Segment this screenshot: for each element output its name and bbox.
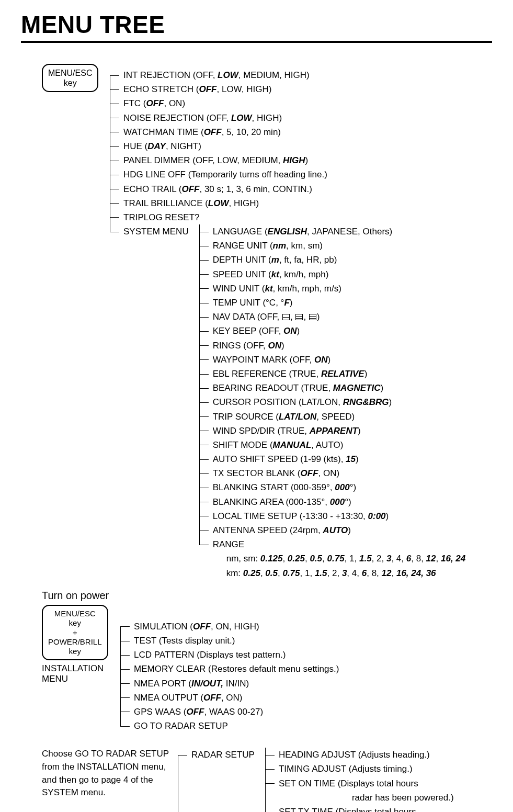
menu-item: TRAIL BRILLIANCE (LOW, HIGH) xyxy=(110,196,465,210)
menu-item: PANEL DIMMER (OFF, LOW, MEDIUM, HIGH) xyxy=(110,153,465,167)
menu-item: DEPTH UNIT (m, ft, fa, HR, pb) xyxy=(199,253,466,267)
main-menu-tree: INT REJECTION (OFF, LOW, MEDIUM, HIGH) E… xyxy=(110,68,465,580)
menu-item: LCD PATTERN (Displays test pattern.) xyxy=(120,648,339,662)
menu-item: WAYPOINT MARK (OFF, ON) xyxy=(199,353,466,367)
menu-item: SET ON TIME (Displays total hoursradar h… xyxy=(265,776,454,805)
key-label: + xyxy=(73,628,77,637)
radar-setup-sub: HEADING ADJUST (Adjusts heading.) TIMING… xyxy=(265,748,454,812)
menu-item: GO TO RADAR SETUP xyxy=(120,719,339,733)
menu-item: NMEA PORT (IN/OUT, IN/IN) xyxy=(120,676,339,691)
nav-data-icon xyxy=(309,314,316,320)
menu-item: NAV DATA (OFF, , , ) xyxy=(199,310,466,324)
menu-item: SPEED UNIT (kt, km/h, mph) xyxy=(199,267,466,281)
menu-item: AUTO SHIFT SPEED (1-99 (kts), 15) xyxy=(199,452,466,466)
menu-item: ECHO STRETCH (OFF, LOW, HIGH) xyxy=(110,82,465,96)
menu-item: TIMING ADJUST (Adjusts timing.) xyxy=(265,762,454,776)
menu-item: TRIPLOG RESET? xyxy=(110,210,465,224)
menu-item: WIND UNIT (kt, km/h, mph, m/s) xyxy=(199,281,466,296)
menu-item: TRIP SOURCE (LAT/LON, SPEED) xyxy=(199,410,466,424)
menu-item: FTC (OFF, ON) xyxy=(110,96,465,110)
system-menu-tree: LANGUAGE (ENGLISH, JAPANESE, Others) RAN… xyxy=(199,224,466,580)
menu-esc-key: MENU/ESC key xyxy=(42,64,98,92)
range-values: nm, sm: 0.125, 0.25, 0.5, 0.75, 1, 1.5, … xyxy=(213,551,466,566)
menu-item: CURSOR POSITION (LAT/LON, RNG&BRG) xyxy=(199,395,466,409)
menu-item: KEY BEEP (OFF, ON) xyxy=(199,324,466,338)
menu-item: HEADING ADJUST (Adjusts heading.) xyxy=(265,748,454,762)
menu-item: TEMP UNIT (°C, °F) xyxy=(199,296,466,310)
menu-item: NOISE REJECTION (OFF, LOW, HIGH) xyxy=(110,111,465,125)
menu-item: TEST (Tests display unit.) xyxy=(120,634,339,648)
menu-item: RINGS (OFF, ON) xyxy=(199,339,466,353)
key-label: key xyxy=(69,647,81,656)
menu-item: HDG LINE OFF (Temporarily turns off head… xyxy=(110,167,465,182)
menu-item: SHIFT MODE (MANUAL, AUTO) xyxy=(199,438,466,452)
key-label: key xyxy=(64,78,77,87)
menu-item: ANTENNA SPEED (24rpm, AUTO) xyxy=(199,523,466,537)
range-values: km: 0.25, 0.5, 0.75, 1, 1.5, 2, 3, 4, 6,… xyxy=(213,566,466,580)
nav-data-icon xyxy=(282,314,290,320)
menu-item: LANGUAGE (ENGLISH, JAPANESE, Others) xyxy=(199,224,466,239)
menu-item: ECHO TRAIL (OFF, 30 s; 1, 3, 6 min, CONT… xyxy=(110,182,465,196)
menu-item: SIMULATION (OFF, ON, HIGH) xyxy=(120,619,339,634)
menu-item: RANGE UNIT (nm, km, sm) xyxy=(199,239,466,253)
title-divider xyxy=(21,41,492,43)
key-label: MENU/ESC xyxy=(54,609,96,618)
menu-item: LOCAL TIME SETUP (-13:30 - +13:30, 0:00) xyxy=(199,509,466,523)
key-label: POWER/BRILL xyxy=(48,637,102,646)
menu-item: BLANKING START (000-359°, 000°) xyxy=(199,480,466,494)
menu-item: RANGE nm, sm: 0.125, 0.25, 0.5, 0.75, 1,… xyxy=(199,537,466,580)
menu-item: TX SECTOR BLANK (OFF, ON) xyxy=(199,466,466,480)
menu-item: NMEA OUTPUT (OFF, ON) xyxy=(120,691,339,705)
menu-item: INT REJECTION (OFF, LOW, MEDIUM, HIGH) xyxy=(110,68,465,82)
radar-setup-tree: RADAR SETUP HEADING ADJUST (Adjusts head… xyxy=(178,748,454,812)
turn-on-power-label: Turn on power xyxy=(42,590,492,602)
menu-item: BEARING READOUT (TRUE, MAGNETIC) xyxy=(199,381,466,395)
menu-esc-power-key: MENU/ESC key + POWER/BRILL key xyxy=(42,605,108,660)
menu-item: WIND SPD/DIR (TRUE, APPARENT) xyxy=(199,424,466,438)
menu-item: SET TX TIME (Displays total hoursof tran… xyxy=(265,805,454,812)
menu-item: BLANKING AREA (000-135°, 000°) xyxy=(199,495,466,509)
menu-item: GPS WAAS (OFF, WAAS 00-27) xyxy=(120,705,339,719)
menu-item: WATCHMAN TIME (OFF, 5, 10, 20 min) xyxy=(110,125,465,139)
menu-item: SYSTEM MENU LANGUAGE (ENGLISH, JAPANESE,… xyxy=(110,224,465,580)
page-title: MENU TREE xyxy=(21,10,492,39)
menu-item: HUE (DAY, NIGHT) xyxy=(110,139,465,153)
nav-data-icon xyxy=(295,314,303,320)
installation-menu-label: INSTALLATION MENU xyxy=(42,663,120,684)
menu-item: RADAR SETUP HEADING ADJUST (Adjusts head… xyxy=(178,748,454,812)
key-label: key xyxy=(69,618,81,627)
installation-menu-tree: SIMULATION (OFF, ON, HIGH) TEST (Tests d… xyxy=(120,619,339,734)
key-label: MENU/ESC xyxy=(48,69,92,77)
menu-item: MEMORY CLEAR (Restores default menu sett… xyxy=(120,662,339,676)
menu-item: EBL REFERENCE (TRUE, RELATIVE) xyxy=(199,367,466,381)
radar-setup-note: Choose GO TO RADAR SETUP from the INSTAL… xyxy=(42,748,173,799)
